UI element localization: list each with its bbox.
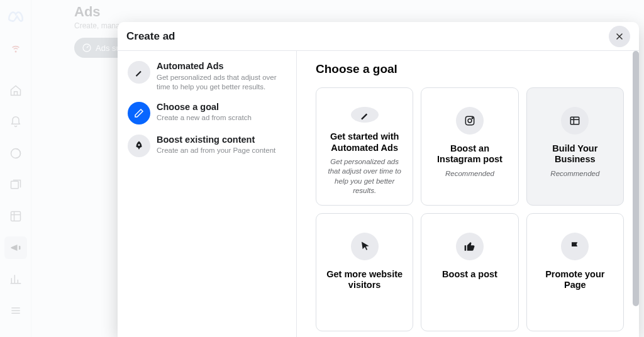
storefront-icon xyxy=(561,107,589,135)
svg-rect-7 xyxy=(571,117,579,124)
create-ad-modal: Create ad Automated Ads Get personalized… xyxy=(118,22,639,337)
card-title: Get started with Automated Ads xyxy=(326,131,402,153)
instagram-icon xyxy=(456,107,484,135)
card-title: Promote your Page xyxy=(537,269,613,291)
option-title: Choose a goal xyxy=(157,102,252,113)
card-title: Build Your Business xyxy=(537,143,613,165)
modal-body: Automated Ads Get personalized ads that … xyxy=(118,51,639,337)
goal-card-promote-page[interactable]: Promote your Page xyxy=(526,213,624,331)
modal-title: Create ad xyxy=(126,30,175,43)
goal-card-boost-instagram[interactable]: Boost an Instagram post Recommended xyxy=(421,87,518,206)
option-subtitle: Get personalized ads that adjust over ti… xyxy=(157,73,286,92)
option-boost-content[interactable]: Boost existing content Create an ad from… xyxy=(125,130,289,162)
wand-icon xyxy=(128,61,150,84)
card-title: Get more website visitors xyxy=(326,269,402,291)
close-icon xyxy=(614,31,625,41)
option-subtitle: Create a new ad from scratch xyxy=(157,113,252,123)
wand-icon xyxy=(351,107,379,123)
goal-card-website-visitors[interactable]: Get more website visitors xyxy=(316,213,413,331)
svg-point-5 xyxy=(468,119,472,123)
card-title: Boost a post xyxy=(442,269,497,280)
card-subtitle: Recommended xyxy=(445,169,494,179)
goal-card-build-business[interactable]: Build Your Business Recommended xyxy=(526,87,624,206)
scrollbar-thumb[interactable] xyxy=(633,51,639,306)
rocket-icon xyxy=(128,135,150,157)
thumbs-up-icon xyxy=(456,233,484,260)
card-title: Boost an Instagram post xyxy=(431,143,508,165)
goal-chooser: Choose a goal Get started with Automated… xyxy=(297,51,639,337)
svg-point-6 xyxy=(472,118,473,119)
card-subtitle: Get personalized ads that adjust over ti… xyxy=(326,157,402,196)
option-subtitle: Create an ad from your Page content xyxy=(157,146,275,155)
cursor-icon xyxy=(351,233,379,260)
modal-header: Create ad xyxy=(118,22,639,51)
option-title: Boost existing content xyxy=(157,135,275,145)
edit-icon xyxy=(128,102,150,124)
option-title: Automated Ads xyxy=(157,61,286,72)
goal-card-automated-ads[interactable]: Get started with Automated Ads Get perso… xyxy=(316,87,413,206)
option-choose-goal[interactable]: Choose a goal Create a new ad from scrat… xyxy=(125,97,289,130)
goal-card-grid: Get started with Automated Ads Get perso… xyxy=(316,87,624,331)
close-button[interactable] xyxy=(609,26,630,47)
right-pane-title: Choose a goal xyxy=(316,62,624,76)
option-automated-ads[interactable]: Automated Ads Get personalized ads that … xyxy=(125,56,289,97)
goal-card-boost-post[interactable]: Boost a post xyxy=(421,213,518,331)
flag-icon xyxy=(561,233,589,260)
card-subtitle: Recommended xyxy=(550,169,599,179)
ad-type-list: Automated Ads Get personalized ads that … xyxy=(118,51,297,337)
